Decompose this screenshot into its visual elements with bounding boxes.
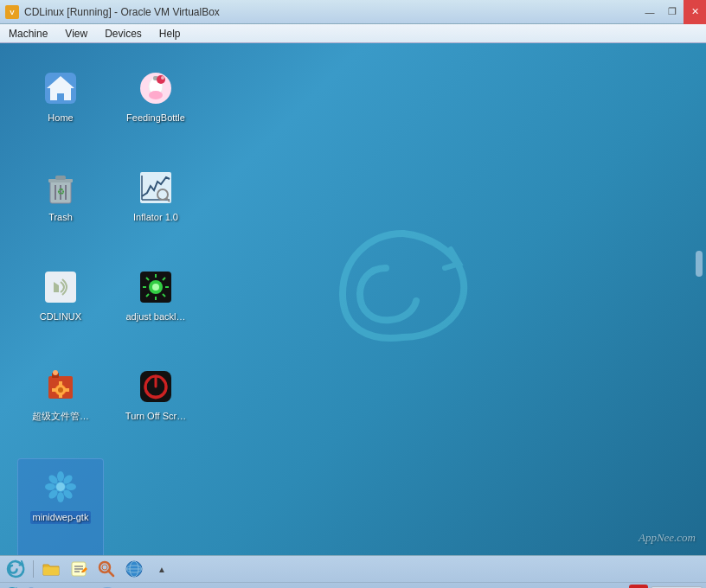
svg-point-8 xyxy=(157,75,165,84)
menu-devices[interactable]: Devices xyxy=(96,24,151,42)
svg-point-9 xyxy=(161,76,164,80)
superfile-icon xyxy=(40,366,81,407)
taskbar-sep-1 xyxy=(33,560,34,578)
svg-point-54 xyxy=(45,483,55,490)
svg-line-65 xyxy=(108,571,113,576)
inflator-label: Inflator 1.0 xyxy=(133,212,178,223)
svg-point-39 xyxy=(58,387,63,393)
menu-bar: Machine View Devices Help xyxy=(0,24,706,43)
svg-point-50 xyxy=(66,483,76,490)
title-text: CDLinux [Running] - Oracle VM VirtualBox xyxy=(24,6,220,18)
menu-help[interactable]: Help xyxy=(151,24,189,42)
svg-point-48 xyxy=(57,471,64,482)
cdlinux-icon xyxy=(40,266,81,308)
svg-point-26 xyxy=(152,284,159,291)
svg-text:♻: ♻ xyxy=(57,187,65,196)
minimize-button[interactable]: — xyxy=(639,0,661,24)
trash-label: Trash xyxy=(48,212,73,223)
desktop-icon-feeding[interactable]: FeedingBottle xyxy=(112,61,199,160)
taskbar-tray-right: EN 20:13 ⏻ Right Ctrl xyxy=(520,585,703,588)
backlight-icon xyxy=(135,266,176,308)
svg-rect-42 xyxy=(52,388,57,392)
superfile-label: 超级文件管… xyxy=(32,411,89,422)
desktop-icon-superfile[interactable]: 超级文件管… xyxy=(17,359,104,458)
svg-point-56 xyxy=(56,483,65,491)
minidwep-icon xyxy=(40,466,81,508)
cdlinux-logo-watermark xyxy=(317,216,490,346)
appnee-watermark: AppNee.com xyxy=(639,531,696,545)
scroll-handle[interactable] xyxy=(696,251,703,277)
inflator-icon xyxy=(135,167,176,208)
taskbar-quick-launch: ▲ xyxy=(0,556,706,583)
svg-rect-57 xyxy=(43,567,59,575)
cdlinux-label: CDLINUX xyxy=(40,311,81,323)
backlight-label: adjust backl… xyxy=(125,311,185,323)
home-label: Home xyxy=(48,112,73,124)
vm-desktop: Home FeedingBottle xyxy=(0,43,706,555)
home-icon xyxy=(40,67,81,109)
desktop-icon-trash[interactable]: ♻ Trash xyxy=(17,160,104,259)
svg-rect-40 xyxy=(59,381,62,387)
desktop-icon-grid: Home FeedingBottle xyxy=(17,61,208,555)
desktop-icon-inflator[interactable]: Inflator 1.0 xyxy=(112,160,199,259)
taskbar: ▲ xyxy=(0,555,706,588)
power-button[interactable]: ⏻ xyxy=(629,585,648,588)
svg-rect-12 xyxy=(55,176,66,180)
svg-point-66 xyxy=(102,565,107,570)
svg-rect-43 xyxy=(64,388,69,392)
virtualbox-icon: V xyxy=(5,5,19,19)
taskbar-globe-btn[interactable] xyxy=(122,557,146,581)
title-bar-left: V CDLinux [Running] - Oracle VM VirtualB… xyxy=(0,5,220,19)
svg-point-37 xyxy=(53,370,58,375)
minidwep-label: minidwep-gtk xyxy=(30,511,92,524)
taskbar-folder-btn[interactable] xyxy=(39,557,63,581)
feeding-bottle-icon xyxy=(135,67,176,109)
taskbar-search-btn[interactable] xyxy=(94,557,119,581)
close-button[interactable]: ✕ xyxy=(684,0,706,24)
svg-text:V: V xyxy=(10,9,15,16)
title-bar: V CDLinux [Running] - Oracle VM VirtualB… xyxy=(0,0,706,24)
turnoff-icon xyxy=(135,366,176,407)
svg-rect-41 xyxy=(59,393,62,398)
menu-view[interactable]: View xyxy=(56,24,96,42)
taskbar-bottom: ↑↓ xyxy=(0,583,706,588)
svg-point-52 xyxy=(57,492,64,502)
restore-button[interactable]: ❐ xyxy=(661,0,684,24)
taskbar-expand-btn[interactable]: ▲ xyxy=(150,557,174,581)
window-controls: — ❐ ✕ xyxy=(639,0,706,23)
feeding-bottle-label: FeedingBottle xyxy=(126,112,185,124)
desktop-icon-minidwep[interactable]: minidwep-gtk xyxy=(17,458,104,555)
turnoff-label: Turn Off Scr… xyxy=(125,411,186,422)
desktop-icon-backlight[interactable]: adjust backl… xyxy=(112,259,199,359)
desktop-icon-cdlinux[interactable]: CDLINUX xyxy=(17,259,104,359)
svg-point-7 xyxy=(149,91,163,99)
taskbar-cdlinux-btn[interactable] xyxy=(3,557,28,581)
taskbar-editor-btn[interactable] xyxy=(67,557,91,581)
desktop-icon-turnoff[interactable]: Turn Off Scr… xyxy=(112,359,199,458)
desktop-icon-home[interactable]: Home xyxy=(17,61,104,160)
menu-machine[interactable]: Machine xyxy=(0,24,56,42)
svg-rect-22 xyxy=(45,272,76,303)
trash-icon: ♻ xyxy=(40,167,81,208)
